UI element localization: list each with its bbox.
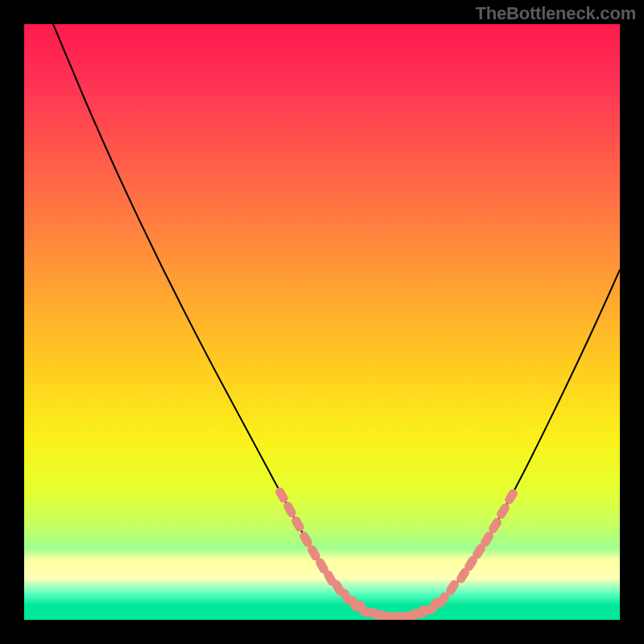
bottleneck-curve <box>53 24 620 617</box>
data-dot <box>495 502 511 521</box>
data-dot <box>274 486 290 505</box>
chart-frame: TheBottleneck.com <box>0 0 644 644</box>
data-dot <box>282 501 298 519</box>
plot-svg <box>24 24 620 620</box>
data-dot <box>290 515 306 534</box>
data-dot <box>503 488 519 506</box>
data-dots-group <box>274 486 519 620</box>
plot-gradient-area <box>24 24 620 620</box>
watermark-text: TheBottleneck.com <box>475 3 636 24</box>
